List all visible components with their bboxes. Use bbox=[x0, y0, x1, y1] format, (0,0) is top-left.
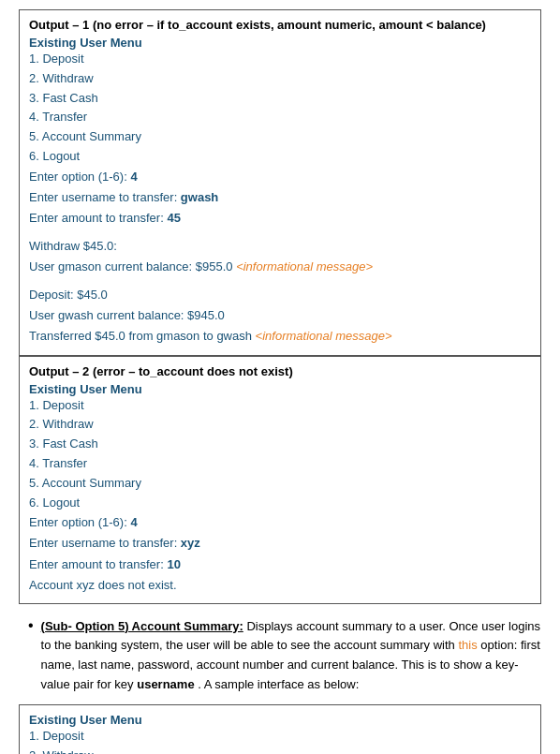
menu-item: 2. Withdraw bbox=[29, 69, 531, 89]
output-box-2: Output – 2 (error – to_account does not … bbox=[19, 356, 541, 604]
output1-result5: Transferred $45.0 from gmason to gwash <… bbox=[29, 326, 531, 347]
highlight-this: this bbox=[458, 638, 477, 652]
menu-item: 6. Logout bbox=[29, 147, 531, 167]
output1-prompt1: Enter option (1-6): 4 bbox=[29, 167, 531, 187]
output1-result2: User gmason current balance: $955.0 <inf… bbox=[29, 257, 531, 277]
output2-header: Output – 2 (error – to_account does not … bbox=[29, 364, 531, 378]
output1-header: Output – 1 (no error – if to_account exi… bbox=[29, 18, 531, 32]
output2-error: Account xyz does not exist. bbox=[29, 575, 531, 596]
menu-item: 5. Account Summary bbox=[29, 474, 531, 494]
output1-menu-label: Existing User Menu bbox=[29, 36, 531, 50]
menu-item: 3. Fast Cash bbox=[29, 89, 531, 109]
menu-item: 2. Withdraw bbox=[29, 415, 531, 435]
sample-menu-label: Existing User Menu bbox=[29, 713, 531, 727]
menu-item: 3. Fast Cash bbox=[29, 435, 531, 454]
menu-item: 1. Deposit bbox=[29, 50, 531, 69]
menu-item: 2. Withdraw bbox=[29, 747, 531, 754]
output1-result3: Deposit: $45.0 bbox=[29, 285, 531, 305]
sample-box: Existing User Menu 1. Deposit 2. Withdra… bbox=[19, 704, 541, 754]
menu-item: 1. Deposit bbox=[29, 727, 531, 747]
output1-prompt2: Enter username to transfer: gwash bbox=[29, 187, 531, 208]
sample-menu-items: 1. Deposit 2. Withdraw 3. Fast Cash 4. T… bbox=[29, 727, 531, 754]
output2-prompt1: Enter option (1-6): 4 bbox=[29, 512, 531, 533]
menu-item: 6. Logout bbox=[29, 494, 531, 513]
output-box-1: Output – 1 (no error – if to_account exi… bbox=[19, 9, 541, 356]
menu-item: 4. Transfer bbox=[29, 454, 531, 474]
sub-option-label: (Sub- Option 5) Account Summary: bbox=[41, 619, 243, 633]
output2-prompt2: Enter username to transfer: xyz bbox=[29, 533, 531, 554]
output2-menu-items: 1. Deposit 2. Withdraw 3. Fast Cash 4. T… bbox=[29, 396, 531, 513]
bold-username: username bbox=[137, 677, 194, 691]
output1-prompt3: Enter amount to transfer: 45 bbox=[29, 208, 531, 229]
bullet-text-3: . A sample interface as below: bbox=[198, 677, 359, 691]
menu-item: 1. Deposit bbox=[29, 396, 531, 416]
output1-result4: User gwash current balance: $945.0 bbox=[29, 305, 531, 326]
bullet-content: (Sub- Option 5) Account Summary: Display… bbox=[41, 617, 541, 695]
menu-item: 4. Transfer bbox=[29, 108, 531, 127]
menu-item: 5. Account Summary bbox=[29, 127, 531, 147]
output1-menu-items: 1. Deposit 2. Withdraw 3. Fast Cash 4. T… bbox=[29, 50, 531, 167]
bullet-icon: • bbox=[28, 617, 34, 634]
output2-prompt3: Enter amount to transfer: 10 bbox=[29, 554, 531, 575]
output2-menu-label: Existing User Menu bbox=[29, 382, 531, 396]
bullet-section: • (Sub- Option 5) Account Summary: Displ… bbox=[28, 617, 541, 695]
output1-result1: Withdraw $45.0: bbox=[29, 236, 531, 257]
